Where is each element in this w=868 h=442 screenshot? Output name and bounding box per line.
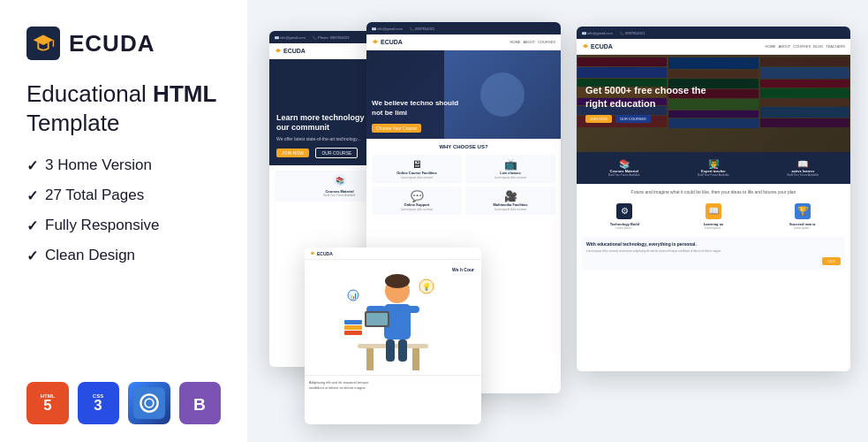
screenshot-bottom: ECUDA [305,248,481,424]
left-panel: ECUDA Educational HTMLTemplate ✓ 3 Home … [0,0,247,442]
svg-marker-14 [373,39,378,43]
feature-clean-design: ✓ Clean Design [26,247,221,264]
sc-feature-1: 📚 Courses Material Build Your Future Ava… [581,156,667,179]
svg-rect-18 [412,348,419,370]
check-icon-3: ✓ [26,217,38,234]
svg-rect-29 [344,325,362,330]
svg-rect-23 [400,306,419,313]
sc-logo-right: ECUDA [582,43,613,50]
svg-marker-35 [583,43,588,48]
svg-rect-30 [344,320,362,324]
screenshot-right: 📧 info@gmail.com 📞 0987654321 ECUDA HOME… [577,27,850,371]
sc-tech-2: 📖 Learning us Lorem ipsum... [671,201,757,233]
tech-badges: 5 HTML 3 CSS B [26,382,221,424]
svg-rect-17 [366,348,374,370]
sc-feature-2: 👨‍🏫 Expert teacher Build Your Future Ava… [670,156,756,179]
css3-badge: 3 CSS [78,382,120,424]
sc-hero-right: Get 5000+ free choose the right educatio… [577,55,850,152]
feature-total-pages: ✓ 27 Total Pages [26,187,221,204]
curl-badge [128,382,170,424]
person-illustration: 💡 📊 [340,260,446,375]
sc-navbar-bottom: ECUDA [305,248,481,260]
sc-hero-middle: We believe techno should not be limi Cho… [366,50,561,139]
svg-rect-28 [344,331,362,335]
sc-navbar-middle: ECUDA HOME ABOUT COURSES [366,34,561,50]
sc-edu-section: With educational technology, everything … [582,237,845,270]
sc-why-card-1: 🖥 Online Course Facilities Lorem ipsum d… [372,155,462,183]
screenshots-container: 📧 info@gmail.com 📞 Phone: 0987654321 ECU… [260,13,855,429]
sc-topbar-right: 📧 info@gmail.com 📞 0987654321 [577,27,850,39]
svg-rect-26 [386,339,395,362]
svg-rect-25 [366,313,388,325]
feature-responsive: ✓ Fully Responsive [26,217,221,234]
sc-body-middle: WHY CHOOSE US? 🖥 Online Course Facilitie… [366,139,561,220]
logo-area: ECUDA [26,27,221,60]
sc-logo-left: ECUDA [275,48,306,55]
sc-illustration-area: 💡 📊 We h Cour [305,260,481,375]
feature-home-version: ✓ 3 Home Version [26,156,221,174]
svg-rect-8 [133,387,165,419]
svg-text:CSS: CSS [93,393,103,399]
svg-text:5: 5 [43,397,51,414]
sc-why-card-2: 📺 Live classes Lorem ipsum dolor sit ame… [465,155,555,183]
right-panel: 📧 info@gmail.com 📞 Phone: 0987654321 ECU… [247,0,868,442]
bootstrap-badge: B [179,382,222,424]
check-icon-2: ✓ [26,187,38,204]
logo-text: ECUDA [69,30,155,57]
svg-rect-27 [398,339,407,362]
sc-body-right: Future and imagine what it could be like… [577,184,850,275]
sc-why-card-4: 🎥 Multimedia Facilities Lorem ipsum dolo… [465,187,555,215]
features-list: ✓ 3 Home Version ✓ 27 Total Pages ✓ Full… [26,156,221,277]
sc-logo-middle: ECUDA [372,39,403,46]
svg-text:HTML: HTML [40,393,55,399]
sc-feature-3: 📖 active learner Build Your Future Avail… [760,156,846,179]
sc-tech-1: ⚙ Technology Build Lorem ipsum... [582,201,668,233]
svg-text:📊: 📊 [350,292,358,300]
sc-navbar-right: ECUDA HOME ABOUT COURSES BLOG TEACHERS [577,39,850,55]
html5-badge: 5 HTML [26,382,69,424]
graduation-cap-icon [26,27,60,60]
check-icon: ✓ [26,157,38,174]
sc-why-card-3: 💬 Online Support Lorem ipsum dolor sit a… [372,187,462,215]
sc-topbar-middle: 📧 info@gmail.com 📞 0987654321 [366,22,561,34]
check-icon-4: ✓ [26,248,38,264]
product-title: Educational HTMLTemplate [26,80,221,137]
sc-tech-3: 🏆 Succeed new w Lorem ipsum... [759,201,845,233]
svg-text:3: 3 [94,397,102,414]
svg-text:💡: 💡 [422,282,431,291]
svg-marker-13 [275,48,281,52]
svg-point-20 [385,274,410,288]
svg-marker-15 [311,251,315,255]
sc-features-bar: 📚 Courses Material Build Your Future Ava… [577,152,850,184]
svg-text:B: B [193,395,206,414]
